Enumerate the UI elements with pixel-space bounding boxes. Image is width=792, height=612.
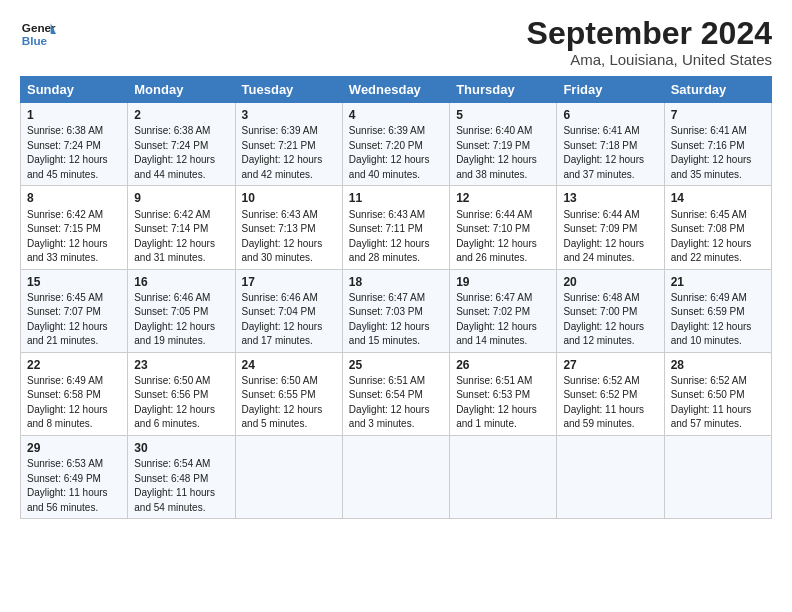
table-row: 30 Sunrise: 6:54 AMSunset: 6:48 PMDaylig… [128, 435, 235, 518]
table-row: 25 Sunrise: 6:51 AMSunset: 6:54 PMDaylig… [342, 352, 449, 435]
table-row: 24 Sunrise: 6:50 AMSunset: 6:55 PMDaylig… [235, 352, 342, 435]
table-row: 7 Sunrise: 6:41 AMSunset: 7:16 PMDayligh… [664, 103, 771, 186]
table-row: 19 Sunrise: 6:47 AMSunset: 7:02 PMDaylig… [450, 269, 557, 352]
table-row: 4 Sunrise: 6:39 AMSunset: 7:20 PMDayligh… [342, 103, 449, 186]
table-row: 2 Sunrise: 6:38 AMSunset: 7:24 PMDayligh… [128, 103, 235, 186]
table-row: 13 Sunrise: 6:44 AMSunset: 7:09 PMDaylig… [557, 186, 664, 269]
empty-cell [450, 435, 557, 518]
table-row: 3 Sunrise: 6:39 AMSunset: 7:21 PMDayligh… [235, 103, 342, 186]
empty-cell [342, 435, 449, 518]
table-row: 12 Sunrise: 6:44 AMSunset: 7:10 PMDaylig… [450, 186, 557, 269]
col-wednesday: Wednesday [342, 77, 449, 103]
empty-cell [235, 435, 342, 518]
svg-text:Blue: Blue [22, 34, 48, 47]
table-row: 10 Sunrise: 6:43 AMSunset: 7:13 PMDaylig… [235, 186, 342, 269]
col-thursday: Thursday [450, 77, 557, 103]
title-block: September 2024 Ama, Louisiana, United St… [527, 16, 772, 68]
table-row: 5 Sunrise: 6:40 AMSunset: 7:19 PMDayligh… [450, 103, 557, 186]
table-row: 14 Sunrise: 6:45 AMSunset: 7:08 PMDaylig… [664, 186, 771, 269]
calendar-header-row: Sunday Monday Tuesday Wednesday Thursday… [21, 77, 772, 103]
table-row: 28 Sunrise: 6:52 AMSunset: 6:50 PMDaylig… [664, 352, 771, 435]
col-sunday: Sunday [21, 77, 128, 103]
table-row: 6 Sunrise: 6:41 AMSunset: 7:18 PMDayligh… [557, 103, 664, 186]
generalblue-icon: General Blue [20, 16, 56, 52]
logo: General Blue [20, 16, 56, 52]
header: General Blue September 2024 Ama, Louisia… [20, 16, 772, 68]
table-row: 16 Sunrise: 6:46 AMSunset: 7:05 PMDaylig… [128, 269, 235, 352]
calendar-week-row: 8 Sunrise: 6:42 AMSunset: 7:15 PMDayligh… [21, 186, 772, 269]
table-row: 26 Sunrise: 6:51 AMSunset: 6:53 PMDaylig… [450, 352, 557, 435]
table-row: 9 Sunrise: 6:42 AMSunset: 7:14 PMDayligh… [128, 186, 235, 269]
col-tuesday: Tuesday [235, 77, 342, 103]
table-row: 27 Sunrise: 6:52 AMSunset: 6:52 PMDaylig… [557, 352, 664, 435]
table-row: 22 Sunrise: 6:49 AMSunset: 6:58 PMDaylig… [21, 352, 128, 435]
table-row: 8 Sunrise: 6:42 AMSunset: 7:15 PMDayligh… [21, 186, 128, 269]
table-row: 20 Sunrise: 6:48 AMSunset: 7:00 PMDaylig… [557, 269, 664, 352]
calendar-week-row: 29 Sunrise: 6:53 AMSunset: 6:49 PMDaylig… [21, 435, 772, 518]
page: General Blue September 2024 Ama, Louisia… [0, 0, 792, 612]
calendar-subtitle: Ama, Louisiana, United States [527, 51, 772, 68]
table-row: 18 Sunrise: 6:47 AMSunset: 7:03 PMDaylig… [342, 269, 449, 352]
empty-cell [557, 435, 664, 518]
calendar-title: September 2024 [527, 16, 772, 51]
empty-cell [664, 435, 771, 518]
table-row: 15 Sunrise: 6:45 AMSunset: 7:07 PMDaylig… [21, 269, 128, 352]
table-row: 23 Sunrise: 6:50 AMSunset: 6:56 PMDaylig… [128, 352, 235, 435]
col-friday: Friday [557, 77, 664, 103]
col-saturday: Saturday [664, 77, 771, 103]
calendar-week-row: 1 Sunrise: 6:38 AMSunset: 7:24 PMDayligh… [21, 103, 772, 186]
calendar-week-row: 22 Sunrise: 6:49 AMSunset: 6:58 PMDaylig… [21, 352, 772, 435]
col-monday: Monday [128, 77, 235, 103]
calendar-week-row: 15 Sunrise: 6:45 AMSunset: 7:07 PMDaylig… [21, 269, 772, 352]
calendar-table: Sunday Monday Tuesday Wednesday Thursday… [20, 76, 772, 519]
table-row: 1 Sunrise: 6:38 AMSunset: 7:24 PMDayligh… [21, 103, 128, 186]
table-row: 11 Sunrise: 6:43 AMSunset: 7:11 PMDaylig… [342, 186, 449, 269]
table-row: 17 Sunrise: 6:46 AMSunset: 7:04 PMDaylig… [235, 269, 342, 352]
table-row: 29 Sunrise: 6:53 AMSunset: 6:49 PMDaylig… [21, 435, 128, 518]
table-row: 21 Sunrise: 6:49 AMSunset: 6:59 PMDaylig… [664, 269, 771, 352]
